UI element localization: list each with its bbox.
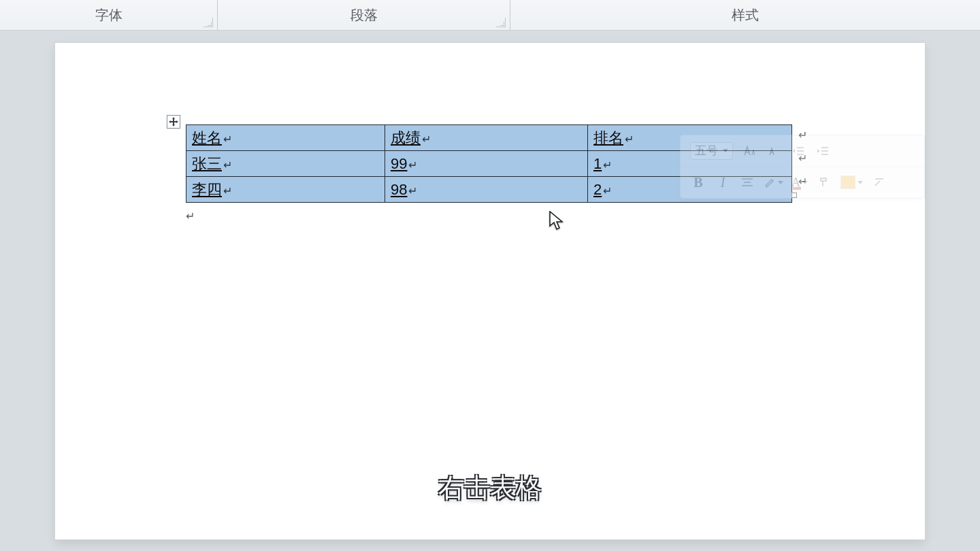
cell-text: 1: [593, 155, 602, 172]
shrink-font-icon[interactable]: [766, 142, 782, 160]
mini-toolbar-row: 五号: [681, 135, 924, 167]
paragraph-mark: ↵: [186, 210, 794, 222]
ribbon-group-paragraph: 段落: [218, 0, 510, 30]
subtitle-caption: 右击表格: [55, 471, 925, 505]
cell-text: 李四: [192, 181, 222, 198]
mini-toolbar-row: B I A: [681, 167, 924, 199]
table-cell[interactable]: 99↵: [385, 151, 588, 177]
dialog-launcher-icon[interactable]: [496, 18, 506, 27]
caret-down-icon: [723, 149, 728, 152]
pilcrow-icon: ↵: [223, 184, 232, 197]
decrease-indent-icon[interactable]: [790, 142, 806, 160]
font-size-value: 五号: [695, 143, 718, 158]
cell-text: 99: [391, 155, 407, 172]
format-painter-icon[interactable]: [816, 173, 832, 191]
shading-swatch[interactable]: [840, 173, 863, 191]
font-size-combo[interactable]: 五号: [690, 142, 733, 160]
caret-down-icon: [778, 181, 783, 184]
pilcrow-icon: ↵: [223, 133, 232, 146]
ribbon-group-label: 字体: [95, 6, 122, 24]
pilcrow-icon: ↵: [625, 133, 634, 146]
cell-text: 排名: [593, 129, 623, 146]
italic-button[interactable]: I: [715, 173, 731, 191]
pilcrow-icon: ↵: [422, 133, 431, 146]
clear-formatting-icon[interactable]: [871, 173, 887, 191]
document-page[interactable]: 姓名↵ 成绩↵ 排名↵ 张三↵ 99↵ 1↵ 李四↵ 98↵ 2↵ ↵ ↵ ↵: [55, 43, 925, 539]
increase-indent-icon[interactable]: [815, 142, 831, 160]
cell-text: 2: [593, 181, 602, 198]
pilcrow-icon: ↵: [408, 184, 417, 197]
pilcrow-icon: ↵: [223, 158, 232, 171]
table-move-handle-icon[interactable]: [167, 115, 180, 129]
ribbon-group-font: 字体: [0, 0, 218, 30]
highlight-icon[interactable]: [764, 173, 783, 191]
pilcrow-icon: ↵: [603, 184, 612, 197]
mini-toolbar[interactable]: 五号 B I: [680, 135, 925, 199]
cell-text: 成绩: [391, 129, 421, 146]
grow-font-icon[interactable]: [741, 142, 757, 160]
ribbon: 字体 段落 样式: [0, 0, 980, 31]
document-viewport: 姓名↵ 成绩↵ 排名↵ 张三↵ 99↵ 1↵ 李四↵ 98↵ 2↵ ↵ ↵ ↵: [0, 31, 980, 551]
cell-text: 98: [391, 181, 407, 198]
pilcrow-icon: ↵: [186, 210, 195, 222]
table-cell[interactable]: 张三↵: [186, 151, 385, 177]
ribbon-group-label: 段落: [350, 6, 378, 24]
table-cell[interactable]: 98↵: [385, 177, 588, 203]
table-header-cell[interactable]: 成绩↵: [385, 125, 588, 151]
pilcrow-icon: ↵: [408, 158, 417, 171]
bold-button[interactable]: B: [690, 173, 706, 191]
ribbon-group-label: 样式: [732, 6, 759, 24]
font-color-button[interactable]: A: [791, 173, 808, 191]
table-header-cell[interactable]: 姓名↵: [186, 125, 385, 151]
ribbon-group-styles: 样式: [510, 0, 980, 30]
cell-text: 张三: [192, 155, 222, 172]
font-color-bar: [793, 187, 801, 190]
color-swatch: [840, 176, 855, 189]
cell-text: 姓名: [192, 129, 222, 146]
caret-down-icon: [858, 181, 863, 184]
align-center-icon[interactable]: [739, 173, 755, 191]
dialog-launcher-icon[interactable]: [203, 18, 213, 27]
table-cell[interactable]: 李四↵: [186, 177, 385, 203]
pilcrow-icon: ↵: [603, 158, 612, 171]
caret-down-icon: [802, 181, 808, 184]
